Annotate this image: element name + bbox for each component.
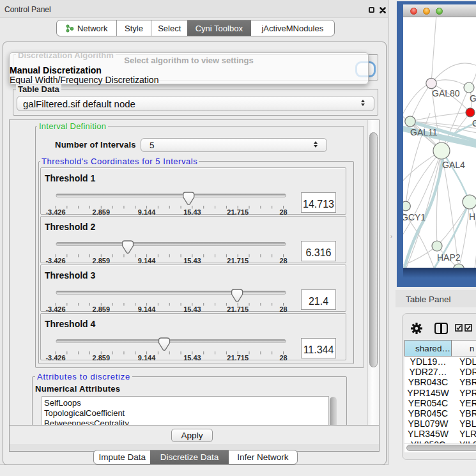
svg-text:GAL80: GAL80	[432, 88, 460, 98]
svg-text:H: H	[469, 211, 475, 222]
svg-text:GCY1: GCY1	[403, 212, 426, 222]
svg-text:GA: GA	[470, 93, 476, 104]
svg-text:GAL4: GAL4	[442, 160, 465, 170]
svg-text:C: C	[472, 118, 476, 128]
svg-text:GAL11: GAL11	[410, 127, 438, 137]
svg-text:HAP2: HAP2	[437, 252, 461, 263]
